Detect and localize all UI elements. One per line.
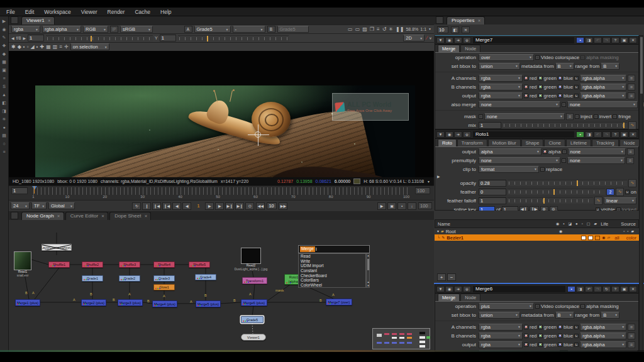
viewer-display-icon-6[interactable]: ✳ <box>389 27 393 32</box>
alpha-layer-select[interactable]: rgba.alpha▼ <box>42 26 81 33</box>
premultiply2-select[interactable]: none▼ <box>567 157 625 164</box>
node-grade1[interactable]: Grade1 <box>82 275 103 282</box>
range-mode-select[interactable]: Global▼ <box>48 202 75 209</box>
viewer-roi-icon-9[interactable]: ≡ <box>59 45 62 50</box>
shape-overlay-box[interactable] <box>595 236 600 240</box>
premultiply-checkbox[interactable] <box>562 158 566 163</box>
gain-input[interactable]: 1 <box>28 35 44 41</box>
float-panel-icon[interactable]: ➔ <box>454 286 462 292</box>
alpha-masking-checkbox[interactable] <box>580 304 585 309</box>
blue-checkbox[interactable]: ✕ <box>558 94 562 98</box>
expand-arrow-icon[interactable]: ▶ <box>437 174 440 178</box>
node-search-input[interactable]: Merge I <box>298 245 370 253</box>
panel-enable-checkbox[interactable]: ▪ <box>576 37 584 43</box>
playback-option-icon-0[interactable]: ▶ <box>377 202 386 210</box>
playback-option-icon-3[interactable]: ↓ <box>408 202 416 210</box>
close-all-panels-icon[interactable]: ✕ <box>462 26 470 33</box>
alpha-masking-checkbox[interactable] <box>580 55 585 60</box>
bezier1-source[interactable]: color <box>626 235 636 241</box>
transport-right-button-0[interactable]: ▶ <box>205 202 214 210</box>
merge7-title[interactable]: Merge7 <box>473 37 574 43</box>
alpha-channel-select[interactable]: rgba.alpha▼ <box>580 92 626 99</box>
mask-select[interactable]: none▼ <box>484 113 565 120</box>
alpha-channel-select[interactable]: rgba.alpha▼ <box>580 84 626 90</box>
gain-slider[interactable] <box>46 35 153 41</box>
hide-input-checkbox[interactable]: ◨ <box>585 131 593 138</box>
shape-row-bezier1[interactable]: └ ✎ Bezier1 ◉ ▱ all color <box>435 234 639 241</box>
red-checkbox[interactable]: ✕ <box>524 85 528 89</box>
viewer-roi-icon-3[interactable]: ▫ <box>27 45 29 50</box>
viewer-display-icon-1[interactable]: ▭ <box>355 27 360 32</box>
range-end-box[interactable]: 100 <box>415 187 430 194</box>
node-shuffle5[interactable]: Shuffle5 <box>189 261 210 268</box>
feather-input[interactable]: 0 <box>479 189 506 195</box>
tab-merge[interactable]: Merge <box>438 45 460 52</box>
mask-checkbox[interactable] <box>479 114 483 119</box>
replace-checkbox[interactable] <box>540 167 545 172</box>
view-mode-select[interactable]: 2D▼ <box>403 35 425 41</box>
also-merge-channel-select[interactable]: none▼ <box>567 101 638 108</box>
hide-input-checkbox[interactable]: ◨ <box>576 286 584 292</box>
range-select[interactable]: B▼ <box>601 63 619 70</box>
playhead[interactable] <box>32 186 36 194</box>
transport-right-button-3[interactable]: ▶❙ <box>235 202 244 210</box>
tab-motion-blur[interactable]: Motion Blur <box>488 139 521 146</box>
transport-left-button-3[interactable]: ❙◀ <box>162 202 171 210</box>
alpha-checkbox[interactable]: ✕ <box>574 334 579 338</box>
channels-select[interactable]: rgba▼ <box>479 75 523 82</box>
output-select[interactable]: alpha▼ <box>479 148 541 155</box>
tab-tracking[interactable]: Tracking <box>592 139 618 146</box>
redo-icon[interactable]: ↷ <box>602 131 611 138</box>
channel-equals-button[interactable]: = <box>627 148 635 155</box>
search-result-read[interactable]: Read <box>299 254 365 259</box>
tool-rail-icon-7[interactable]: ≡ <box>3 76 5 80</box>
tool-rail-icon-3[interactable]: ✚ <box>3 43 6 48</box>
close-icon[interactable]: ✕ <box>101 214 104 218</box>
alpha-checkbox[interactable]: ✕ <box>574 94 579 98</box>
gamma-input[interactable]: 1 <box>160 35 176 41</box>
bbox-select[interactable]: union▼ <box>479 63 520 70</box>
tool-rail-icon-8[interactable]: S <box>3 84 6 89</box>
tool-rail-icon-15[interactable]: ○ <box>3 141 5 146</box>
redo2-icon[interactable]: ↻ <box>602 286 611 292</box>
channel-equals-button[interactable]: = <box>628 324 635 331</box>
tool-rail-icon-5[interactable]: ▦ <box>2 60 6 64</box>
channels-select[interactable]: rgba▼ <box>479 324 523 331</box>
bezier1-life[interactable]: all <box>614 235 619 241</box>
float-icon[interactable]: ▣ <box>620 37 628 43</box>
node-graph-canvas[interactable]: Read1snail.exrLayerContactSheet1Shuffle1… <box>9 220 434 352</box>
node-grade5[interactable]: Grade5 <box>241 316 264 323</box>
clone-icon[interactable]: ◉ <box>602 236 605 239</box>
collapse-icon[interactable]: ¥ <box>430 36 431 40</box>
node-grade4[interactable]: Grade4 <box>195 274 216 280</box>
node-glow1[interactable]: Glow1 <box>153 284 175 290</box>
menu-file[interactable]: File <box>6 9 15 15</box>
tab-curve-editor[interactable]: Curve Editor✕ <box>65 212 109 220</box>
alpha-channel-select[interactable]: rgba.alpha▼ <box>580 324 626 331</box>
b-input-select[interactable]: Grade5 <box>277 26 309 33</box>
alpha-checkbox[interactable]: ✕ <box>574 325 579 329</box>
node-layercontactsheet1[interactable]: LayerContactSheet1 <box>42 244 72 251</box>
red-checkbox[interactable]: ✕ <box>524 343 528 347</box>
lock-panels-icon[interactable]: ◧ <box>451 26 459 33</box>
blue-checkbox[interactable]: ✕ <box>558 334 562 338</box>
viewer-roi-icon-8[interactable]: ▥ <box>53 45 58 50</box>
panel-grip-icon[interactable] <box>11 212 18 219</box>
operation-select[interactable]: plus▼ <box>479 303 534 310</box>
tool-rail-icon-10[interactable]: ◧ <box>2 101 6 105</box>
tool-rail-icon-0[interactable]: ▶ <box>3 19 6 23</box>
viewer-display-icon-4[interactable]: ≡ <box>377 27 380 32</box>
viewer-roi-icon-10[interactable]: ✛ <box>64 45 69 50</box>
channel-equals-button[interactable]: = <box>628 92 635 99</box>
node-merge7[interactable]: Merge7 (over) <box>326 299 352 305</box>
operation-select[interactable]: over▼ <box>479 54 534 61</box>
transport-left-button-2[interactable]: ❙◀ <box>152 202 161 210</box>
viewer-display-icon-7[interactable]: ❚❚ <box>396 27 404 32</box>
viewer-roi-icon-5[interactable]: ▪ <box>36 45 38 50</box>
alpha-channel-select[interactable]: rgba.alpha▼ <box>580 332 626 339</box>
video-colorspace-checkbox[interactable] <box>535 55 540 60</box>
wipe-select[interactable]: -▼ <box>233 26 265 33</box>
panel-enable-checkbox[interactable]: ▪ <box>576 131 584 138</box>
node-read2-thumbnail[interactable] <box>241 248 261 264</box>
gamma-slider[interactable] <box>178 35 289 41</box>
